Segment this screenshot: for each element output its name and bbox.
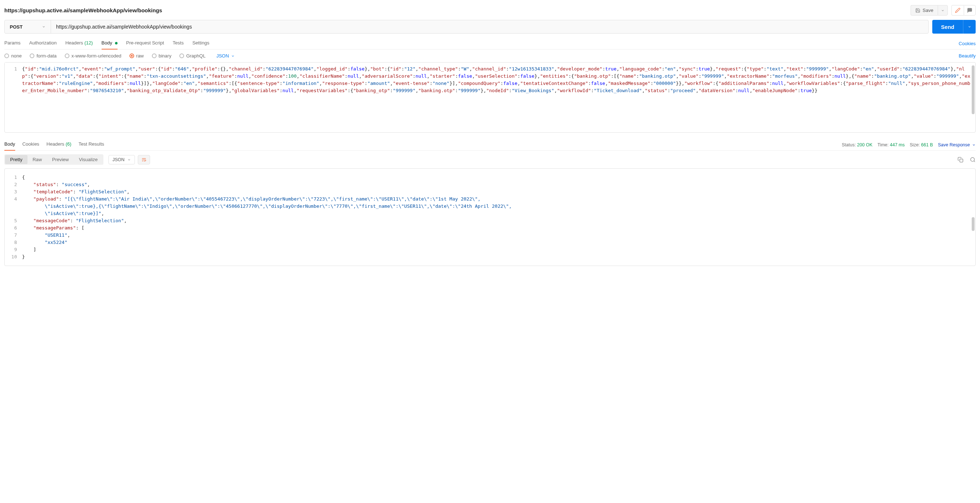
urlbar-row: POST Send	[4, 20, 976, 33]
send-dropdown[interactable]	[963, 20, 976, 33]
tab-headers-count: (12)	[84, 40, 92, 46]
tab-body[interactable]: Body	[102, 38, 118, 49]
editor-code[interactable]: {"id":"mid.i76o0rct","event":"wf_prompt"…	[21, 62, 975, 97]
resp-tab-testresults[interactable]: Test Results	[78, 139, 104, 150]
response-body-editor[interactable]: 1234 5678910 { "status": "success", "tem…	[4, 168, 976, 266]
resp-tab-headers-label: Headers	[47, 141, 64, 147]
radio-icon	[30, 54, 34, 58]
save-icon	[915, 8, 920, 13]
bodytype-row: none form-data x-www-form-urlencoded raw…	[4, 49, 976, 62]
beautify-link[interactable]: Beautify	[959, 53, 976, 59]
editor-code[interactable]: { "status": "success", "templateCode": "…	[21, 171, 975, 263]
bodytype-none[interactable]: none	[4, 53, 22, 59]
bodytype-binary[interactable]: binary	[152, 53, 172, 59]
resp-tab-headers[interactable]: Headers (6)	[47, 139, 72, 150]
chevron-down-icon	[42, 25, 46, 29]
comment-icon	[967, 8, 972, 13]
response-tabs: Body Cookies Headers (6) Test Results	[4, 139, 104, 150]
tab-prerequest[interactable]: Pre-request Script	[126, 38, 164, 49]
wrap-icon	[141, 157, 147, 162]
svg-point-3	[970, 157, 975, 162]
view-visualize[interactable]: Visualize	[74, 155, 103, 164]
save-button[interactable]: Save	[910, 5, 938, 16]
line-number: 1	[8, 65, 17, 73]
cookies-link[interactable]: Cookies	[959, 41, 976, 46]
view-pretty[interactable]: Pretty	[5, 155, 27, 164]
resp-tab-headers-count: (6)	[65, 141, 71, 147]
save-label: Save	[923, 8, 933, 13]
response-lang-label: JSON	[113, 157, 124, 162]
response-header: Body Cookies Headers (6) Test Results St…	[4, 139, 976, 151]
editor-scrollbar[interactable]	[972, 65, 975, 114]
request-tabs-row: Params Authorization Headers (12) Body P…	[4, 38, 976, 49]
pencil-icon	[955, 8, 961, 13]
chevron-down-icon	[127, 158, 131, 162]
header-actions: Save	[910, 5, 976, 16]
editor-gutter: 1	[5, 62, 21, 97]
tab-params[interactable]: Params	[4, 38, 21, 49]
save-response-dropdown[interactable]: Save Response	[938, 142, 976, 148]
copy-button[interactable]	[958, 157, 963, 163]
size-value: 661 B	[921, 142, 933, 148]
radio-icon	[152, 54, 157, 58]
resp-tab-body[interactable]: Body	[4, 139, 15, 150]
chevron-down-icon	[231, 54, 235, 58]
view-mode-group: Pretty Raw Preview Visualize	[4, 154, 103, 165]
svg-line-4	[974, 161, 975, 162]
edit-comment-group	[951, 5, 976, 16]
radio-icon	[65, 54, 70, 58]
comment-button[interactable]	[964, 5, 976, 16]
bodytype-options: none form-data x-www-form-urlencoded raw…	[4, 53, 235, 59]
response-toolbar: Pretty Raw Preview Visualize JSON	[4, 151, 976, 168]
header-row: https://gupshup.active.ai/sampleWebhookA…	[4, 4, 976, 20]
edit-button[interactable]	[951, 5, 964, 16]
bodytype-xwww[interactable]: x-www-form-urlencoded	[65, 53, 121, 59]
bodytype-graphql[interactable]: GraphQL	[179, 53, 205, 59]
status-value: 200 OK	[857, 142, 872, 148]
response-lang-select[interactable]: JSON	[108, 155, 135, 164]
tab-settings[interactable]: Settings	[192, 38, 209, 49]
body-lang-select[interactable]: JSON	[216, 53, 235, 59]
bodytype-formdata[interactable]: form-data	[30, 53, 57, 59]
bodytype-raw[interactable]: raw	[129, 53, 144, 59]
editor-gutter: 1234 5678910	[5, 171, 21, 263]
save-dropdown[interactable]	[938, 5, 948, 16]
radio-icon	[179, 54, 184, 58]
body-modified-indicator	[115, 42, 118, 44]
view-raw[interactable]: Raw	[27, 155, 47, 164]
search-icon	[970, 157, 976, 163]
editor-scrollbar[interactable]	[972, 217, 975, 231]
chevron-down-icon	[968, 25, 971, 29]
tab-headers-label: Headers	[65, 40, 83, 46]
radio-icon	[4, 54, 9, 58]
tab-body-label: Body	[102, 40, 113, 46]
save-button-group: Save	[910, 5, 948, 16]
method-value: POST	[10, 24, 22, 30]
view-preview[interactable]: Preview	[47, 155, 74, 164]
request-body-editor[interactable]: 1 {"id":"mid.i76o0rct","event":"wf_promp…	[4, 62, 976, 133]
wrap-lines-button[interactable]	[138, 155, 150, 164]
tab-headers[interactable]: Headers (12)	[65, 38, 93, 49]
chevron-down-icon	[972, 143, 976, 147]
resp-tab-cookies[interactable]: Cookies	[22, 139, 40, 150]
send-button[interactable]: Send	[932, 20, 963, 33]
chevron-down-icon	[941, 9, 945, 12]
radio-icon	[129, 54, 134, 58]
response-views: Pretty Raw Preview Visualize JSON	[4, 154, 150, 165]
response-right-icons	[958, 157, 976, 163]
tab-tests[interactable]: Tests	[173, 38, 184, 49]
url-input[interactable]	[51, 20, 928, 33]
svg-rect-2	[960, 159, 963, 162]
request-tabs: Params Authorization Headers (12) Body P…	[4, 38, 209, 49]
copy-icon	[958, 157, 963, 163]
send-group: Send	[932, 20, 976, 33]
time-value: 447 ms	[890, 142, 905, 148]
request-title: https://gupshup.active.ai/sampleWebhookA…	[4, 7, 162, 13]
body-lang-label: JSON	[216, 53, 229, 59]
response-status: Status: 200 OK Time: 447 ms Size: 661 B …	[842, 142, 976, 148]
method-url-container: POST	[4, 20, 929, 33]
save-response-label: Save Response	[938, 142, 970, 148]
tab-authorization[interactable]: Authorization	[29, 38, 57, 49]
search-button[interactable]	[970, 157, 976, 163]
method-select[interactable]: POST	[5, 20, 51, 33]
